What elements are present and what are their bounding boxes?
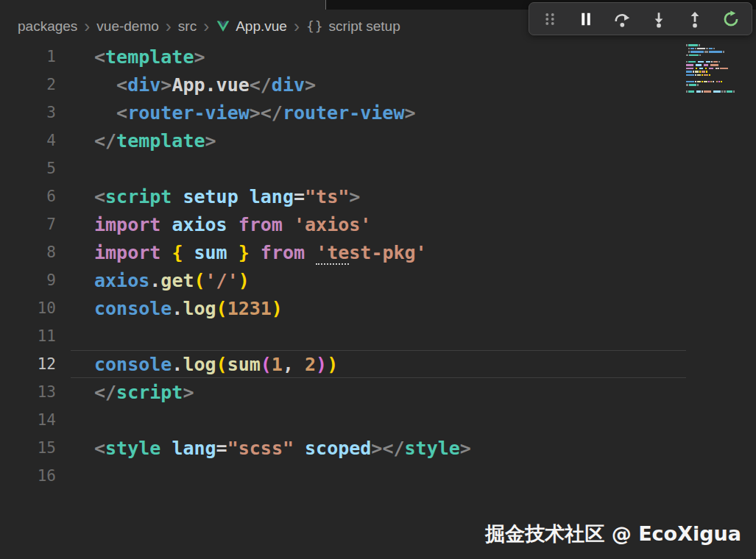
step-over-icon	[613, 10, 631, 28]
code-line[interactable]: 10console.log(1231)	[0, 294, 756, 322]
code-line[interactable]: 13</script>	[0, 378, 756, 406]
editor[interactable]: 1<template>2 <div>App.vue</div>3 <router…	[0, 43, 756, 490]
code-line[interactable]: 5	[0, 154, 756, 182]
line-number[interactable]: 5	[0, 160, 56, 177]
pause-icon	[577, 10, 595, 28]
code-text: import { sum } from 'test-pkg'	[56, 242, 427, 263]
line-number[interactable]: 2	[0, 76, 56, 93]
code-line[interactable]: 9axios.get('/')	[0, 266, 756, 294]
line-number[interactable]: 9	[0, 271, 56, 289]
step-over-button[interactable]	[610, 7, 634, 31]
code-line[interactable]: 16	[0, 462, 756, 490]
code-text: <div>App.vue</div>	[56, 74, 316, 96]
line-number[interactable]: 1	[0, 48, 56, 65]
debug-toolbar	[529, 2, 752, 35]
line-number[interactable]: 4	[0, 132, 56, 149]
code-text: import axios from 'axios'	[56, 214, 371, 235]
step-into-icon	[650, 10, 668, 28]
breadcrumb-symbol-label: script setup	[329, 18, 400, 35]
line-number[interactable]: 6	[0, 188, 56, 205]
restart-button[interactable]	[719, 7, 743, 31]
code-text: <template>	[56, 46, 205, 68]
code-line[interactable]: 2 <div>App.vue</div>	[0, 71, 756, 99]
code-text: <script setup lang="ts">	[56, 186, 360, 207]
breadcrumb-item-app-vue[interactable]: App.vue	[216, 18, 287, 35]
line-number[interactable]: 3	[0, 104, 56, 121]
pause-button[interactable]	[574, 7, 598, 31]
code-line[interactable]: 15<style lang="scss" scoped></style>	[0, 434, 756, 462]
step-out-icon	[686, 10, 704, 28]
line-number[interactable]: 7	[0, 216, 56, 233]
code-text: </template>	[56, 130, 216, 152]
breadcrumb-file-label: App.vue	[236, 18, 287, 35]
code-line[interactable]: 6<script setup lang="ts">	[0, 182, 756, 210]
step-into-button[interactable]	[647, 7, 671, 31]
code-text: </script>	[56, 382, 194, 403]
restart-icon	[722, 10, 740, 28]
line-number[interactable]: 8	[0, 243, 56, 261]
symbol-braces-icon: {}	[306, 18, 324, 34]
line-number[interactable]: 10	[0, 299, 56, 317]
breadcrumb-item-packages[interactable]: packages	[18, 18, 77, 35]
chevron-right-icon: ›	[84, 18, 90, 35]
code-line[interactable]: 8import { sum } from 'test-pkg'	[0, 238, 756, 266]
line-number[interactable]: 14	[0, 411, 56, 429]
breadcrumb-item-src[interactable]: src	[178, 18, 197, 35]
minimap-content	[686, 44, 745, 97]
code-line[interactable]: 3 <router-view></router-view>	[0, 99, 756, 127]
breadcrumb-item-script-setup[interactable]: {} script setup	[306, 18, 400, 35]
code-line[interactable]: 14	[0, 406, 756, 434]
gripper-icon	[541, 10, 559, 28]
code-text: console.log(1231)	[56, 298, 283, 319]
code-line[interactable]: 11	[0, 322, 756, 350]
line-number[interactable]: 15	[0, 439, 56, 457]
code-text: axios.get('/')	[56, 270, 250, 291]
chevron-right-icon: ›	[203, 18, 209, 35]
code-text: console.log(sum(1, 2))	[56, 354, 338, 375]
line-number[interactable]: 16	[0, 467, 56, 485]
vscode-window: packages › vue-demo › src › App.vue › {}…	[0, 0, 756, 559]
line-number[interactable]: 13	[0, 383, 56, 401]
minimap[interactable]	[686, 43, 745, 97]
active-tab-edge[interactable]	[0, 0, 326, 10]
code-line[interactable]: 7import axios from 'axios'	[0, 210, 756, 238]
code-line[interactable]: 4</template>	[0, 127, 756, 154]
line-number[interactable]: 12	[0, 355, 56, 373]
code-text: <style lang="scss" scoped></style>	[56, 438, 471, 459]
code-line[interactable]: 12console.log(sum(1, 2))	[0, 350, 756, 378]
editor-lines: 1<template>2 <div>App.vue</div>3 <router…	[0, 43, 756, 490]
step-out-button[interactable]	[683, 7, 707, 31]
debug-drag-handle[interactable]	[538, 7, 562, 31]
code-line[interactable]: 1<template>	[0, 43, 756, 71]
breadcrumb-item-vue-demo[interactable]: vue-demo	[96, 18, 159, 35]
chevron-right-icon: ›	[166, 18, 172, 35]
vue-logo-icon	[216, 19, 230, 34]
line-number[interactable]: 11	[0, 327, 56, 345]
code-text: <router-view></router-view>	[56, 102, 416, 124]
watermark: 掘金技术社区 @ EcoXigua	[485, 521, 741, 547]
chevron-right-icon: ›	[294, 18, 300, 35]
